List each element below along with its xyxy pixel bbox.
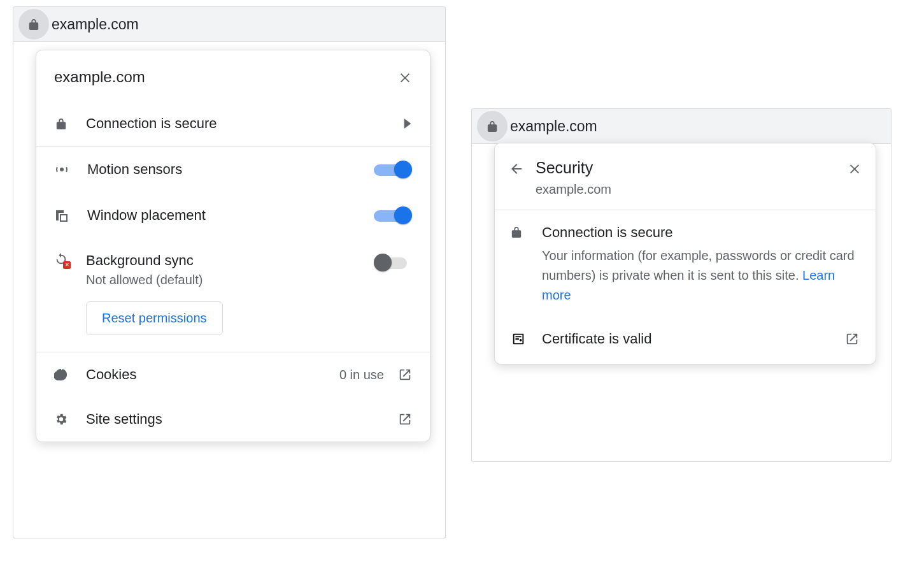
site-settings-row[interactable]: Site settings [36, 397, 430, 442]
window-placement-icon [54, 208, 69, 223]
perm-toggle-window[interactable] [374, 206, 412, 224]
address-text[interactable]: example.com [510, 118, 597, 135]
open-in-new-icon [398, 368, 412, 382]
perm-label: Motion sensors [87, 161, 356, 178]
gear-icon [54, 412, 68, 426]
site-info-chip[interactable] [18, 9, 49, 40]
open-in-new-icon [398, 412, 412, 426]
site-settings-label: Site settings [86, 411, 380, 428]
cookies-label: Cookies [86, 366, 322, 383]
lock-icon [29, 18, 39, 30]
close-icon[interactable] [848, 161, 862, 175]
perm-row-window: Window placement [36, 192, 430, 238]
certificate-icon [511, 332, 525, 346]
cookies-row[interactable]: Cookies 0 in use [36, 352, 430, 397]
back-arrow-icon[interactable] [509, 161, 524, 177]
cookie-icon [54, 368, 68, 382]
motion-sensors-icon [54, 162, 69, 177]
connection-row[interactable]: Connection is secure [36, 101, 430, 146]
security-sub: example.com [536, 182, 836, 197]
site-info-chip[interactable] [477, 111, 508, 141]
address-text[interactable]: example.com [52, 16, 139, 33]
certificate-label: Certificate is valid [542, 331, 828, 347]
address-bar[interactable]: example.com [13, 6, 446, 42]
popup-title: example.com [54, 68, 145, 86]
address-bar[interactable]: example.com [471, 108, 892, 144]
lock-icon [511, 226, 522, 238]
connection-desc: Your information (for example, passwords… [542, 246, 859, 305]
cookies-count: 0 in use [339, 368, 384, 382]
open-in-new-icon [845, 332, 859, 346]
lock-icon [487, 120, 497, 132]
perm-label: Window placement [87, 207, 356, 224]
perm-toggle-motion[interactable] [374, 161, 412, 178]
connection-details: Connection is secure Your information (f… [495, 210, 876, 319]
security-title: Security [536, 159, 836, 177]
security-popup: Security example.com Connection is secur… [494, 143, 876, 364]
left-screenshot: example.com example.com Connection is se… [13, 6, 446, 538]
connection-label: Connection is secure [86, 115, 385, 132]
perm-label: Background sync [86, 252, 356, 269]
connection-heading: Connection is secure [542, 224, 859, 241]
perm-toggle-bgsync[interactable] [374, 254, 412, 271]
right-screenshot: example.com Security example.com Connect… [471, 108, 892, 462]
certificate-row[interactable]: Certificate is valid [495, 319, 876, 364]
reset-permissions-button[interactable]: Reset permissions [86, 301, 223, 335]
perm-row-bgsync: Background sync Not allowed (default) [36, 238, 430, 301]
lock-icon [56, 118, 66, 129]
site-info-popup: example.com Connection is secure Motion … [36, 50, 430, 442]
perm-sub: Not allowed (default) [86, 273, 356, 287]
background-sync-blocked-icon [54, 252, 68, 266]
close-icon[interactable] [398, 70, 412, 84]
perm-row-motion: Motion sensors [36, 147, 430, 192]
chevron-right-icon [403, 119, 412, 129]
